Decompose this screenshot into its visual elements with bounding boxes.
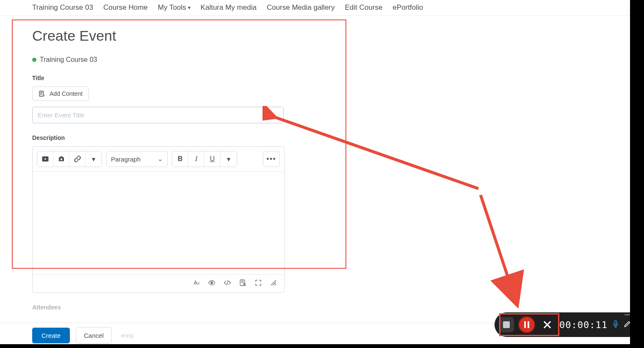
insert-link-button[interactable] — [69, 151, 86, 167]
svg-point-6 — [243, 284, 246, 286]
nav-training-course[interactable]: Training Course 03 — [32, 3, 93, 12]
find-icon — [239, 279, 247, 287]
close-icon: ✕ — [542, 318, 553, 332]
stop-recording-button[interactable] — [499, 317, 514, 332]
nav-edit-course[interactable]: Edit Course — [345, 3, 383, 12]
nav-kaltura[interactable]: Kaltura My media — [201, 3, 257, 12]
stop-icon — [503, 321, 510, 328]
page-body: Create Event Training Course 03 Title Ad… — [0, 16, 644, 311]
microphone-icon — [612, 320, 619, 328]
nav-eportfolio[interactable]: ePortfolio — [392, 3, 423, 12]
scribble-icon — [270, 279, 277, 287]
recording-timer: 00:00:11 — [559, 320, 608, 330]
rich-text-editor: ▾ Paragraph⌄ B I U ▾ ••• — [32, 146, 285, 293]
bold-icon: B — [178, 155, 183, 163]
capture-border-right — [630, 0, 644, 348]
accessibility-button[interactable] — [208, 279, 216, 288]
insert-more-dropdown[interactable]: ▾ — [86, 151, 102, 167]
paragraph-style-select[interactable]: Paragraph⌄ — [107, 151, 167, 167]
breadcrumb-label: Training Course 03 — [40, 56, 97, 64]
format-more-dropdown[interactable]: ▾ — [221, 151, 237, 167]
ellipsis-icon: ••• — [267, 155, 276, 163]
nav-my-tools[interactable]: My Tools▾ — [158, 3, 191, 12]
cancel-button[interactable]: Cancel — [76, 327, 112, 344]
create-button[interactable]: Create — [32, 328, 70, 343]
status-dot-icon — [32, 58, 36, 62]
eye-icon — [208, 279, 216, 287]
bold-button[interactable]: B — [172, 151, 188, 167]
screen-recorder-widget: ✕ 00:00:11 — [495, 312, 637, 337]
fullscreen-button[interactable] — [254, 279, 262, 288]
insert-video-button[interactable] — [37, 151, 53, 167]
svg-point-4 — [211, 282, 213, 284]
nav-course-home[interactable]: Course Home — [103, 3, 148, 12]
add-content-icon — [39, 90, 45, 97]
ghost-text: ering — [121, 332, 133, 339]
nav-media-gallery[interactable]: Course Media gallery — [267, 3, 335, 12]
font-icon — [193, 279, 200, 287]
description-field-label: Description — [32, 134, 612, 141]
breadcrumb: Training Course 03 — [32, 56, 612, 64]
source-code-button[interactable] — [223, 279, 232, 288]
chevron-down-icon: ▾ — [188, 5, 191, 11]
attendees-label: Attendees — [32, 304, 612, 311]
video-icon — [41, 155, 49, 163]
editor-footer — [33, 275, 284, 292]
insert-image-button[interactable] — [53, 151, 69, 167]
pause-icon — [524, 321, 529, 328]
italic-button[interactable]: I — [188, 151, 205, 167]
event-title-input[interactable] — [32, 107, 284, 123]
editor-textarea[interactable] — [33, 172, 284, 274]
svg-point-3 — [60, 159, 62, 161]
code-icon — [223, 279, 232, 287]
add-content-button[interactable]: Add Content — [32, 86, 89, 101]
expand-icon — [254, 279, 262, 287]
font-settings-button[interactable] — [193, 279, 200, 288]
page-title: Create Event — [32, 28, 612, 44]
caret-down-icon: ▾ — [92, 155, 95, 163]
pause-recording-button[interactable] — [518, 316, 535, 333]
svg-rect-5 — [240, 280, 245, 286]
underline-icon: U — [210, 155, 215, 163]
cancel-recording-button[interactable]: ✕ — [539, 317, 555, 332]
svg-rect-9 — [615, 320, 617, 324]
underline-button[interactable]: U — [205, 151, 221, 167]
editor-toolbar: ▾ Paragraph⌄ B I U ▾ ••• — [33, 147, 284, 171]
chevron-down-icon: ⌄ — [158, 155, 163, 163]
italic-icon: I — [195, 155, 197, 163]
link-icon — [74, 155, 81, 163]
title-field-label: Title — [32, 75, 612, 81]
caret-down-icon: ▾ — [227, 155, 230, 163]
capture-border-bottom — [0, 344, 644, 348]
camera-icon — [58, 155, 65, 163]
preview-button[interactable] — [239, 279, 247, 288]
more-tools-button[interactable]: ••• — [263, 151, 279, 167]
top-nav: Training Course 03 Course Home My Tools▾… — [0, 0, 644, 16]
microphone-button[interactable] — [612, 320, 619, 330]
resize-handle[interactable] — [270, 279, 277, 288]
